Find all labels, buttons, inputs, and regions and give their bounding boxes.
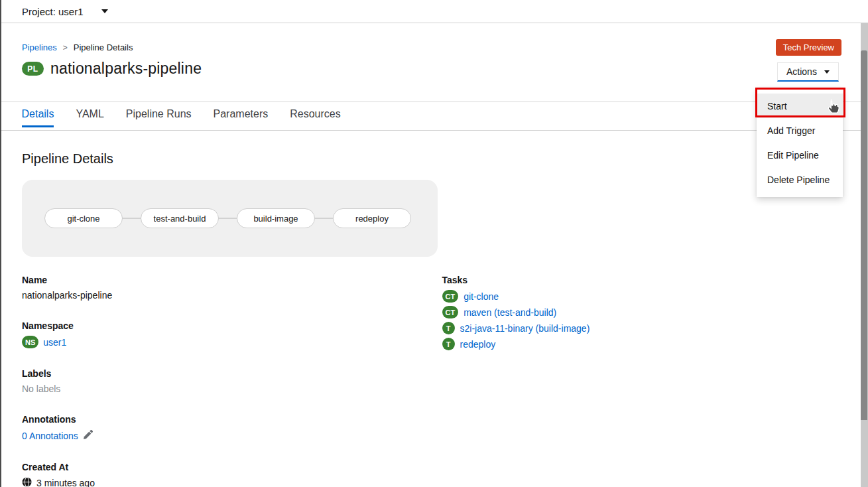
name-label: Name (22, 275, 426, 285)
actions-dropdown-button[interactable]: Actions (777, 62, 839, 82)
caret-down-icon (824, 70, 830, 74)
pipeline-node-redeploy[interactable]: redeploy (333, 208, 411, 228)
menu-item-delete-pipeline[interactable]: Delete Pipeline (757, 167, 843, 192)
created-at-text: 3 minutes ago (36, 478, 95, 487)
task-row: T s2i-java-11-binary (build-image) (442, 322, 847, 334)
tasks-label: Tasks (442, 275, 847, 285)
scrollbar-track[interactable] (861, 23, 868, 487)
menu-item-add-trigger[interactable]: Add Trigger (757, 118, 843, 143)
project-selector-bar: Project: user1 (0, 0, 868, 23)
actions-dropdown-label: Actions (786, 66, 817, 77)
details-list: Name nationalparks-pipeline Namespace NS… (22, 275, 426, 487)
title-row: PL nationalparks-pipeline (22, 60, 846, 78)
tab-yaml[interactable]: YAML (76, 102, 103, 128)
task-row: CT git-clone (442, 290, 847, 303)
tech-preview-badge: Tech Preview (776, 39, 841, 56)
pipeline-node-test-and-build[interactable]: test-and-build (141, 208, 219, 228)
labels-label: Labels (22, 368, 426, 379)
breadcrumb-current: Pipeline Details (74, 42, 133, 52)
pipeline-topology-canvas: git-clone test-and-build build-image red… (22, 180, 438, 257)
annotations-link[interactable]: 0 Annotations (22, 431, 78, 441)
namespace-link[interactable]: user1 (43, 337, 66, 348)
annotations-value: 0 Annotations (22, 429, 426, 442)
created-at-label: Created At (22, 462, 426, 472)
page-header: Pipelines > Pipeline Details PL national… (0, 23, 868, 102)
clustertask-badge: CT (442, 306, 459, 318)
namespace-label: Namespace (22, 320, 426, 331)
breadcrumb-link-pipelines[interactable]: Pipelines (22, 42, 57, 52)
menu-item-start[interactable]: Start (757, 94, 843, 118)
node-connector (123, 218, 141, 219)
pipeline-node-git-clone[interactable]: git-clone (44, 208, 123, 228)
tasks-column: Tasks CT git-clone CT maven (test-and-bu… (442, 275, 847, 487)
tab-parameters[interactable]: Parameters (214, 102, 269, 128)
pipeline-node-build-image[interactable]: build-image (237, 208, 315, 228)
caret-down-icon (101, 9, 108, 13)
node-connector (219, 218, 237, 219)
created-at-value: 3 minutes ago (22, 477, 426, 487)
tab-bar: Details YAML Pipeline Runs Parameters Re… (0, 102, 868, 131)
namespace-resource-badge: NS (22, 336, 38, 348)
breadcrumb-separator: > (63, 43, 68, 52)
task-row: CT maven (test-and-build) (442, 306, 847, 318)
pipeline-resource-badge: PL (22, 62, 44, 76)
page-title: nationalparks-pipeline (50, 60, 202, 78)
tab-details[interactable]: Details (22, 102, 54, 127)
task-link-maven[interactable]: maven (test-and-build) (464, 307, 556, 318)
task-link-redeploy[interactable]: redeploy (460, 339, 496, 350)
task-row: T redeploy (442, 338, 847, 350)
tab-pipeline-runs[interactable]: Pipeline Runs (126, 102, 192, 128)
breadcrumb: Pipelines > Pipeline Details (22, 42, 846, 52)
project-selector[interactable]: Project: user1 (22, 6, 84, 17)
task-badge: T (442, 338, 455, 350)
actions-dropdown-menu: Start Add Trigger Edit Pipeline Delete P… (757, 88, 843, 197)
clustertask-badge: CT (442, 290, 459, 303)
scrollbar-thumb[interactable] (861, 50, 867, 420)
menu-item-edit-pipeline[interactable]: Edit Pipeline (757, 143, 843, 167)
task-link-s2i-java-11-binary[interactable]: s2i-java-11-binary (build-image) (460, 323, 590, 334)
task-badge: T (442, 322, 455, 334)
globe-icon (22, 477, 32, 487)
name-value: nationalparks-pipeline (22, 290, 426, 301)
annotations-label: Annotations (22, 414, 426, 425)
namespace-value: NS user1 (22, 336, 426, 348)
labels-value: No labels (22, 383, 426, 394)
section-heading: Pipeline Details (22, 151, 846, 167)
tab-resources[interactable]: Resources (290, 102, 340, 128)
node-connector (315, 218, 333, 219)
pencil-icon[interactable] (83, 429, 93, 442)
main-content: Pipeline Details git-clone test-and-buil… (0, 151, 868, 487)
task-link-git-clone[interactable]: git-clone (464, 291, 499, 302)
window-left-edge (0, 0, 1, 487)
details-grid: Name nationalparks-pipeline Namespace NS… (22, 275, 846, 487)
